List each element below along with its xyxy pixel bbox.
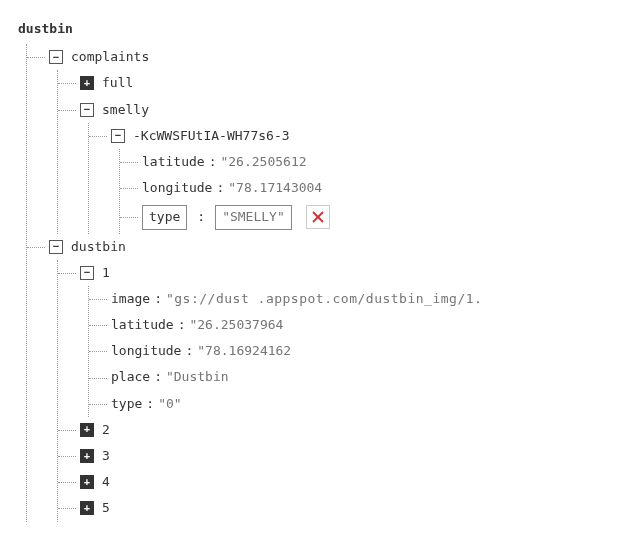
expand-toggle-5[interactable]: + (80, 501, 94, 515)
close-icon (312, 211, 324, 223)
node-complaints[interactable]: complaints (71, 48, 149, 66)
value-longitude[interactable]: "78.17143004 (228, 179, 322, 197)
separator: : (197, 208, 205, 226)
expand-toggle-full[interactable]: + (80, 76, 94, 90)
key-longitude[interactable]: longitude (142, 179, 212, 197)
node-dustbin[interactable]: dustbin (71, 238, 126, 256)
node-smelly[interactable]: smelly (102, 101, 149, 119)
separator: : (154, 368, 162, 386)
node-full[interactable]: full (102, 74, 133, 92)
node-5[interactable]: 5 (102, 499, 110, 517)
key-image[interactable]: image (111, 290, 150, 308)
collapse-toggle-dustbin[interactable]: − (49, 240, 63, 254)
edit-key-type[interactable]: type (142, 205, 187, 229)
collapse-toggle-smelly[interactable]: − (80, 103, 94, 117)
separator: : (209, 153, 217, 171)
node-2[interactable]: 2 (102, 421, 110, 439)
separator: : (154, 290, 162, 308)
value-longitude-d[interactable]: "78.16924162 (197, 342, 291, 360)
separator: : (146, 395, 154, 413)
key-longitude-d[interactable]: longitude (111, 342, 181, 360)
separator: : (185, 342, 193, 360)
value-latitude-d[interactable]: "26.25037964 (189, 316, 283, 334)
collapse-toggle-1[interactable]: − (80, 266, 94, 280)
node-1[interactable]: 1 (102, 264, 110, 282)
key-latitude-d[interactable]: latitude (111, 316, 174, 334)
expand-toggle-3[interactable]: + (80, 449, 94, 463)
value-image[interactable]: "gs://dust .appspot.com/dustbin_img/1. (166, 290, 482, 308)
separator: : (178, 316, 186, 334)
value-type-d[interactable]: "0" (158, 395, 181, 413)
value-latitude[interactable]: "26.2505612 (220, 153, 306, 171)
node-3[interactable]: 3 (102, 447, 110, 465)
node-entry-id[interactable]: -KcWWSFUtIA-WH77s6-3 (133, 127, 290, 145)
collapse-toggle-complaints[interactable]: − (49, 50, 63, 64)
root-node-label[interactable]: dustbin (18, 20, 617, 38)
edit-value-type[interactable]: "SMELLY" (215, 205, 292, 229)
key-latitude[interactable]: latitude (142, 153, 205, 171)
key-type-d[interactable]: type (111, 395, 142, 413)
value-place[interactable]: "Dustbin (166, 368, 229, 386)
delete-button[interactable] (306, 205, 330, 229)
node-4[interactable]: 4 (102, 473, 110, 491)
separator: : (216, 179, 224, 197)
collapse-toggle-entry[interactable]: − (111, 129, 125, 143)
expand-toggle-4[interactable]: + (80, 475, 94, 489)
expand-toggle-2[interactable]: + (80, 423, 94, 437)
key-place[interactable]: place (111, 368, 150, 386)
